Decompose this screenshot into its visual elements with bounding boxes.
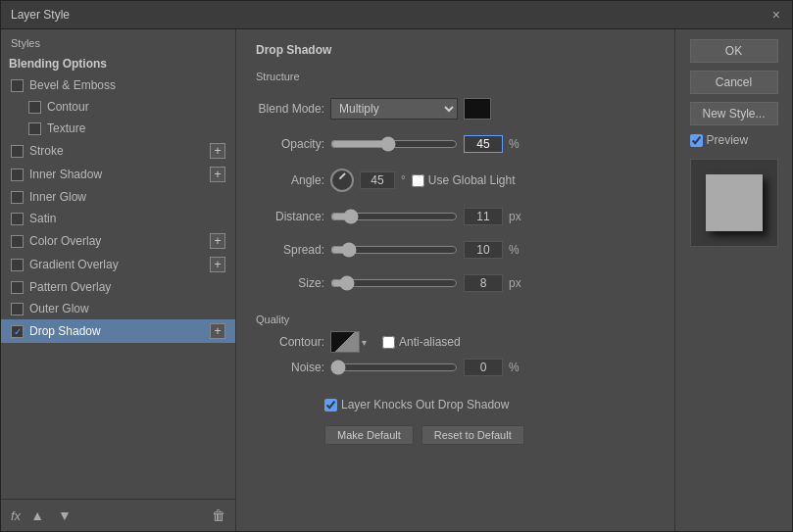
layer-list: Blending Options Bevel & Emboss Contour …: [1, 53, 235, 499]
sidebar-item-drop-shadow[interactable]: Drop Shadow +: [1, 319, 235, 343]
ok-button[interactable]: OK: [690, 39, 778, 63]
close-button[interactable]: ×: [770, 7, 782, 23]
texture-checkbox[interactable]: [28, 122, 41, 135]
blend-mode-row: Blend Mode: Multiply Normal Screen Overl…: [256, 98, 655, 120]
opacity-slider[interactable]: [330, 137, 458, 151]
size-unit: px: [509, 276, 521, 290]
fx-label: fx: [11, 508, 21, 523]
main-panel: Drop Shadow Structure Blend Mode: Multip…: [236, 29, 674, 531]
bevel-emboss-checkbox[interactable]: [11, 79, 24, 92]
inner-glow-checkbox[interactable]: [11, 191, 24, 204]
sidebar-item-satin[interactable]: Satin: [1, 208, 235, 229]
satin-checkbox[interactable]: [11, 213, 24, 225]
pattern-overlay-checkbox[interactable]: [11, 281, 24, 294]
spread-slider[interactable]: [330, 243, 458, 257]
contour-checkbox[interactable]: [28, 101, 41, 114]
size-slider-container: [330, 276, 458, 290]
move-down-button[interactable]: ▼: [54, 506, 75, 525]
sidebar-item-gradient-overlay[interactable]: Gradient Overlay +: [1, 253, 235, 276]
preview-label[interactable]: Preview: [690, 133, 778, 147]
dialog-body: Styles Blending Options Bevel & Emboss C…: [1, 29, 792, 531]
distance-row: Distance: px: [256, 208, 655, 225]
inner-shadow-add-button[interactable]: +: [210, 167, 225, 182]
sidebar-item-contour[interactable]: Contour: [1, 96, 235, 118]
opacity-slider-container: [330, 137, 458, 151]
distance-unit: px: [509, 210, 521, 223]
stroke-checkbox[interactable]: [11, 145, 24, 158]
quality-section: Quality Contour: ▾ Anti-aliased Noise:: [256, 314, 655, 382]
angle-deg: °: [401, 173, 406, 187]
opacity-label: Opacity:: [256, 137, 324, 151]
noise-input[interactable]: [464, 359, 503, 376]
opacity-row: Opacity: 45 %: [256, 135, 655, 153]
quality-label: Quality: [256, 314, 655, 325]
contour-row: Contour: ▾ Anti-aliased: [256, 331, 655, 353]
left-panel: Styles Blending Options Bevel & Emboss C…: [1, 29, 236, 531]
color-overlay-checkbox[interactable]: [11, 235, 24, 248]
blend-mode-label: Blend Mode:: [256, 102, 324, 116]
stroke-add-button[interactable]: +: [210, 143, 225, 159]
contour-chevron-icon[interactable]: ▾: [362, 337, 367, 348]
blending-options-label: Blending Options: [9, 57, 107, 71]
shadow-color-swatch[interactable]: [464, 98, 491, 120]
layer-knocks-checkbox[interactable]: [324, 399, 337, 411]
sidebar-item-texture[interactable]: Texture: [1, 118, 235, 139]
sidebar-item-outer-glow[interactable]: Outer Glow: [1, 298, 235, 319]
styles-header: Styles: [1, 29, 235, 53]
size-label: Size:: [256, 276, 324, 290]
distance-input[interactable]: [464, 208, 503, 225]
gradient-overlay-add-button[interactable]: +: [210, 257, 225, 272]
sidebar-item-bevel-emboss[interactable]: Bevel & Emboss: [1, 74, 235, 96]
spread-input[interactable]: [464, 241, 503, 259]
sidebar-item-pattern-overlay[interactable]: Pattern Overlay: [1, 276, 235, 298]
outer-glow-checkbox[interactable]: [11, 303, 24, 315]
drop-shadow-checkbox[interactable]: [11, 325, 24, 338]
gradient-overlay-checkbox[interactable]: [11, 259, 24, 271]
noise-slider-container: [330, 361, 458, 374]
angle-row: Angle: ° Use Global Light: [256, 169, 655, 192]
title-bar: Layer Style ×: [1, 1, 792, 29]
inner-shadow-checkbox[interactable]: [11, 169, 24, 181]
sidebar-item-color-overlay[interactable]: Color Overlay +: [1, 229, 235, 253]
color-overlay-add-button[interactable]: +: [210, 233, 225, 249]
sidebar-item-stroke[interactable]: Stroke +: [1, 139, 235, 163]
noise-label: Noise:: [256, 361, 324, 374]
cancel-button[interactable]: Cancel: [690, 71, 778, 94]
sidebar-item-inner-glow[interactable]: Inner Glow: [1, 186, 235, 208]
angle-input[interactable]: [360, 171, 395, 189]
structure-label: Structure: [256, 71, 655, 82]
contour-select-wrap: ▾: [330, 331, 367, 353]
contour-thumbnail[interactable]: [330, 331, 360, 353]
angle-dial[interactable]: [330, 169, 354, 192]
global-light-label[interactable]: Use Global Light: [412, 173, 516, 187]
noise-unit: %: [509, 361, 520, 374]
size-row: Size: px: [256, 274, 655, 292]
sidebar-item-blending-options[interactable]: Blending Options: [1, 53, 235, 74]
spread-unit: %: [509, 243, 520, 257]
layer-knocks-label[interactable]: Layer Knocks Out Drop Shadow: [324, 398, 509, 411]
noise-slider[interactable]: [330, 361, 458, 374]
right-panel: OK Cancel New Style... Preview: [674, 29, 792, 531]
distance-label: Distance:: [256, 210, 324, 223]
reset-default-button[interactable]: Reset to Default: [421, 425, 524, 445]
preview-checkbox[interactable]: [690, 134, 703, 147]
use-global-light-checkbox[interactable]: [412, 174, 424, 187]
default-buttons: Make Default Reset to Default: [324, 425, 655, 445]
opacity-input[interactable]: 45: [464, 135, 503, 153]
new-style-button[interactable]: New Style...: [690, 102, 778, 125]
drop-shadow-add-button[interactable]: +: [210, 323, 225, 339]
anti-aliased-checkbox[interactable]: [382, 336, 395, 349]
spread-slider-container: [330, 243, 458, 257]
move-up-button[interactable]: ▲: [26, 506, 48, 525]
sidebar-item-inner-shadow[interactable]: Inner Shadow +: [1, 163, 235, 186]
make-default-button[interactable]: Make Default: [324, 425, 414, 445]
angle-indicator: [339, 172, 346, 179]
size-slider[interactable]: [330, 276, 458, 290]
distance-slider[interactable]: [330, 210, 458, 223]
angle-label: Angle:: [256, 173, 324, 187]
dialog-title: Layer Style: [11, 8, 70, 22]
size-input[interactable]: [464, 274, 503, 292]
blend-mode-select[interactable]: Multiply Normal Screen Overlay Darken Li…: [330, 98, 458, 120]
delete-button[interactable]: 🗑: [212, 508, 225, 523]
anti-aliased-label[interactable]: Anti-aliased: [382, 335, 461, 349]
